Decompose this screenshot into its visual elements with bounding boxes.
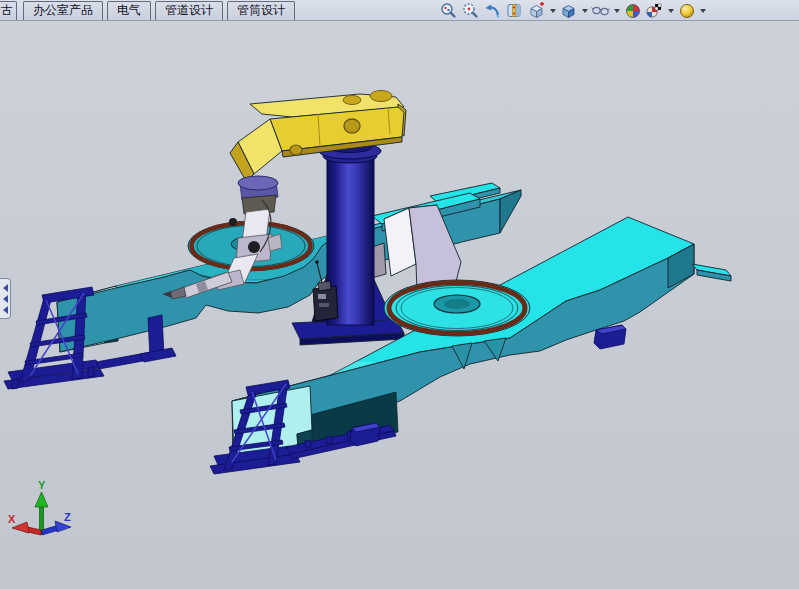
cad-window: Y X Z 古 办公室产品 电气 管道设计 管筒设计 bbox=[0, 0, 799, 589]
tab-office-products[interactable]: 办公室产品 bbox=[23, 1, 103, 20]
triad-x-label: X bbox=[8, 513, 16, 525]
edit-appearance-icon[interactable] bbox=[622, 1, 643, 20]
heads-up-view-toolbar bbox=[438, 1, 707, 20]
section-view-icon[interactable] bbox=[504, 1, 525, 20]
view-settings-dropdown[interactable] bbox=[698, 1, 707, 20]
triad-y-label: Y bbox=[38, 479, 46, 491]
right-ring-seat[interactable] bbox=[384, 280, 530, 336]
collapse-arrow-icon bbox=[3, 295, 8, 303]
triad-z-label: Z bbox=[64, 511, 71, 523]
view-settings-icon[interactable] bbox=[676, 1, 697, 20]
apply-scene-dropdown[interactable] bbox=[666, 1, 675, 20]
display-style-dropdown[interactable] bbox=[580, 1, 589, 20]
command-manager-toolbar: 古 办公室产品 电气 管道设计 管筒设计 bbox=[0, 0, 799, 21]
panel-expander-button[interactable] bbox=[0, 278, 11, 319]
graphics-viewport[interactable]: Y X Z bbox=[0, 0, 799, 589]
display-style-icon[interactable] bbox=[558, 1, 579, 20]
collapse-arrow-icon bbox=[3, 306, 8, 314]
tab-electrical[interactable]: 电气 bbox=[107, 1, 151, 20]
zoom-to-fit-icon[interactable] bbox=[438, 1, 459, 20]
previous-view-icon[interactable] bbox=[482, 1, 503, 20]
apply-scene-icon[interactable] bbox=[644, 1, 665, 20]
tab-partial[interactable]: 古 bbox=[0, 1, 17, 20]
tab-piping-design[interactable]: 管道设计 bbox=[155, 1, 223, 20]
model-scene: Y X Z bbox=[0, 0, 799, 589]
collapse-arrow-icon bbox=[3, 284, 8, 292]
hide-show-items-dropdown[interactable] bbox=[612, 1, 621, 20]
hide-show-items-icon[interactable] bbox=[590, 1, 611, 20]
zoom-to-area-icon[interactable] bbox=[460, 1, 481, 20]
view-orientation-dropdown[interactable] bbox=[548, 1, 557, 20]
command-tabs: 古 办公室产品 电气 管道设计 管筒设计 bbox=[0, 0, 299, 20]
tab-tubing-design[interactable]: 管筒设计 bbox=[227, 1, 295, 20]
view-orientation-icon[interactable] bbox=[526, 1, 547, 20]
